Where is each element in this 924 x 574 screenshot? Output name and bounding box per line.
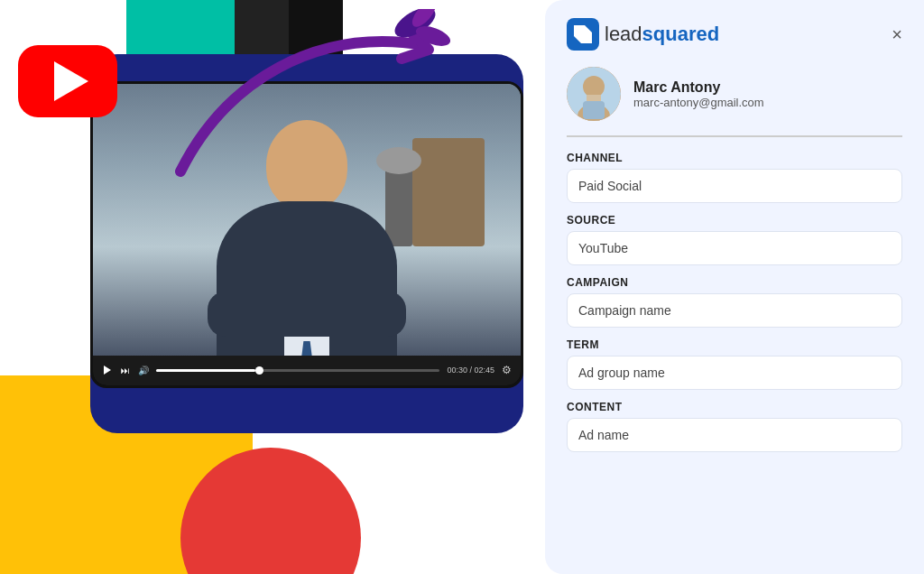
field-label-1: SOURCE	[567, 214, 902, 227]
youtube-icon	[18, 45, 117, 117]
field-input-4[interactable]: Ad name	[567, 418, 902, 452]
left-panel: ⏭ 🔊 00:30 / 02:45 ⚙	[0, 0, 559, 574]
ls-logo-text: leadsquared	[605, 23, 719, 46]
svg-rect-7	[583, 101, 605, 119]
person-arms	[208, 292, 406, 337]
field-label-2: CAMPAIGN	[567, 276, 902, 289]
avatar-image	[567, 67, 621, 121]
progress-bar[interactable]	[156, 369, 439, 372]
skip-button[interactable]: ⏭	[120, 365, 131, 375]
settings-icon[interactable]: ⚙	[502, 364, 512, 376]
video-controls: ⏭ 🔊 00:30 / 02:45 ⚙	[93, 356, 521, 385]
progress-dot	[255, 366, 263, 375]
user-email: marc-antony@gmail.com	[633, 96, 764, 109]
field-group-1: SOURCEYouTube	[567, 214, 902, 265]
avatar	[567, 67, 621, 121]
skip-icon: ⏭	[121, 366, 130, 375]
field-label-4: CONTENT	[567, 401, 902, 413]
field-label-0: CHANNEL	[567, 152, 902, 164]
ls-logo-shape	[574, 25, 592, 43]
youtube-logo	[18, 45, 117, 117]
field-input-3[interactable]: Ad group name	[567, 356, 902, 390]
field-group-0: CHANNELPaid Social	[567, 152, 902, 203]
time-display: 00:30 / 02:45	[447, 366, 494, 375]
svg-point-4	[583, 76, 605, 97]
close-button[interactable]: ×	[892, 24, 902, 45]
field-group-2: CAMPAIGNCampaign name	[567, 276, 902, 328]
field-input-1[interactable]: YouTube	[567, 231, 902, 265]
field-group-3: TERMAd group name	[567, 338, 902, 390]
volume-button[interactable]: 🔊	[138, 365, 149, 375]
progress-fill	[156, 369, 255, 372]
play-icon	[104, 366, 111, 375]
field-input-2[interactable]: Campaign name	[567, 293, 902, 328]
youtube-play-icon	[54, 61, 88, 101]
field-group-4: CONTENTAd name	[567, 401, 902, 452]
fields-container: CHANNELPaid SocialSOURCEYouTubeCAMPAIGNC…	[567, 152, 902, 452]
leadsquared-logo: leadsquared	[567, 18, 719, 51]
user-details: Marc Antony marc-antony@gmail.com	[633, 79, 764, 109]
field-input-0[interactable]: Paid Social	[567, 169, 902, 203]
ls-header: leadsquared ×	[567, 18, 902, 51]
play-button[interactable]	[102, 365, 113, 375]
ls-logo-icon	[567, 18, 599, 51]
right-panel: leadsquared × Marc Antony marc-antony@gm…	[545, 0, 924, 574]
volume-icon: 🔊	[138, 366, 149, 375]
field-label-3: TERM	[567, 338, 902, 351]
user-info: Marc Antony marc-antony@gmail.com	[567, 67, 902, 137]
user-name: Marc Antony	[633, 79, 764, 96]
purple-arrow-icon	[135, 9, 451, 190]
